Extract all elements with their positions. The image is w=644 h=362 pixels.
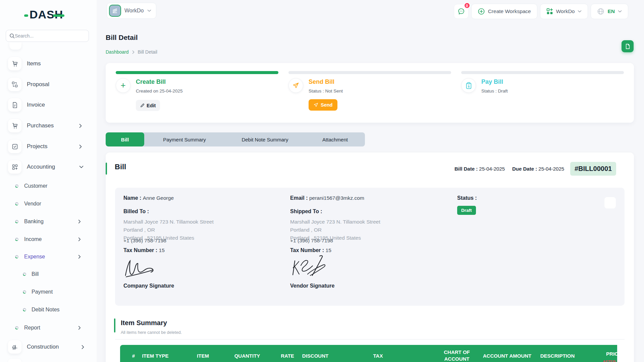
sidebar-item-debit-notes[interactable]: Debit Notes [0,305,97,315]
col-description: DESCRIPTION [540,353,575,359]
sidebar-item-vendor[interactable]: Vendor [0,199,97,209]
bill-detail-tabs: Bill Payment Summary Debit Note Summary … [106,132,365,146]
breadcrumb-current: Bill Detail [138,49,157,55]
progress-bar-send [288,71,451,74]
chevron-right-icon [78,255,81,259]
progress-bar-pay [461,71,624,74]
chevron-right-icon [132,50,135,54]
bill-card: Bill Bill Date : 25-04-2025 Due Date : 2… [106,153,634,362]
section-accent [114,318,115,333]
tab-bill[interactable]: Bill [106,132,144,146]
grid-plus-icon [546,8,553,15]
cart-icon [8,57,21,70]
chevron-down-icon [578,10,582,13]
proposal-icon [8,78,21,91]
item-table-header: # ITEM TYPE ITEM QUANTITY RATE DISCOUNT … [120,345,617,362]
workspace-selector[interactable]: WorkDo [107,3,156,19]
plus-icon: + [116,78,130,93]
sidebar-item-items[interactable]: Items [0,56,97,71]
shipped-to-label: Shipped To : [290,208,322,215]
chat-bubble-icon [458,8,465,15]
sidebar-item-expense[interactable]: Expense [0,252,97,262]
search-input[interactable] [15,33,82,39]
sidebar-item-bill[interactable]: Bill [0,269,97,279]
item-summary-title: Item Summary [121,319,167,327]
bullet-icon [15,255,18,258]
sidebar-item-customer[interactable]: Customer [0,181,97,191]
tab-debit-note-summary[interactable]: Debit Note Summary [225,132,305,146]
company-signature-label: Company Signature [123,283,174,289]
chevron-right-icon [78,237,81,241]
bill-date: Bill Date : 25-04-2025 [454,166,505,172]
paper-plane-icon [288,78,303,93]
progress-bar-create [116,71,278,74]
check-square-icon [8,140,21,153]
sidebar-item-banking[interactable]: Banking [0,217,97,227]
col-price-note: AFTER DISCOUNT [603,360,617,362]
page-title: Bill Detail [106,34,138,42]
step-pay-bill: $ Pay Bill Status : Draft [461,63,624,123]
workspace-building-icon [109,5,121,17]
chevron-right-icon [79,144,82,149]
chevron-right-icon [79,124,82,128]
bill-section-title: Bill [115,163,126,171]
sidebar-item-income[interactable]: Income [0,234,97,244]
sidebar-partial-item-top [9,42,21,50]
sidebar-item-accounting[interactable]: Accounting [0,160,97,174]
step-create-bill: + Create Bill Created on 25-04-2025 Edit [116,63,278,123]
company-signature-image [123,258,159,279]
language-selector[interactable]: EN [591,4,628,19]
export-document-button[interactable] [622,40,634,52]
sidebar-item-invoice[interactable]: Invoice [0,98,97,112]
status-corner-box [604,197,616,208]
item-table: # ITEM TYPE ITEM QUANTITY RATE DISCOUNT … [120,345,617,362]
breadcrumb: Dashboard Bill Detail [106,49,157,55]
logo-dash-accent [24,14,28,17]
bullet-icon [23,308,26,311]
chevron-right-icon [82,345,84,349]
circle-plus-icon [478,8,485,15]
workdo-menu-button[interactable]: WorkDo [540,4,588,19]
bullet-icon [23,273,26,276]
bullet-icon [15,202,18,205]
logo-dash-bar [53,14,64,17]
sidebar-item-proposal[interactable]: Proposal [0,77,97,92]
step-send-bill: Send Bill Status : Not Sent Send [288,63,451,123]
billed-to-tax: Tax Number : 15 [123,247,165,253]
send-bill-button[interactable]: Send [309,99,337,111]
cart-icon [8,119,21,132]
bill-progress-card: + Create Bill Created on 25-04-2025 Edit… [106,63,634,123]
bullet-icon [23,290,26,294]
chevron-right-icon [78,220,81,224]
tab-attachment[interactable]: Attachment [305,132,365,146]
messages-button[interactable]: 0 [454,4,469,19]
status-label: Status : [457,195,477,201]
sidebar-item-payment[interactable]: Payment [0,287,97,297]
bullet-icon [15,326,18,329]
pencil-icon [140,103,145,108]
col-item: ITEM [197,353,209,359]
item-summary-subtitle: All items here cannot be deleted. [121,330,182,335]
chevron-right-icon [78,326,81,330]
sidebar-search[interactable] [6,30,89,42]
billed-to-label: Billed To : [123,208,149,215]
col-item-type: ITEM TYPE [142,353,168,359]
due-date: Due Date : 25-04-2025 [512,166,564,172]
sidebar-item-report[interactable]: Report [0,323,97,333]
bill-email: Email : perani1567@3mkz.com [290,195,364,201]
clipboard-dollar-icon: $ [461,78,476,93]
sidebar-item-purchases[interactable]: Purchases [0,118,97,133]
vendor-signature-label: Vendor Signature [290,283,334,289]
chevron-down-icon [618,10,622,13]
bullet-icon [15,184,18,188]
col-quantity: QUANTITY [234,353,260,359]
tab-payment-summary[interactable]: Payment Summary [144,132,225,146]
edit-bill-button[interactable]: Edit [136,100,160,111]
brand-logo[interactable]: DASH [24,8,64,21]
sidebar-item-projects[interactable]: Projects [0,139,97,154]
create-workspace-button[interactable]: Create Workspace [471,4,537,19]
file-icon [8,98,21,112]
forklift-icon [8,340,21,354]
breadcrumb-dashboard-link[interactable]: Dashboard [106,49,129,55]
sidebar-item-construction[interactable]: Construction [0,340,97,354]
